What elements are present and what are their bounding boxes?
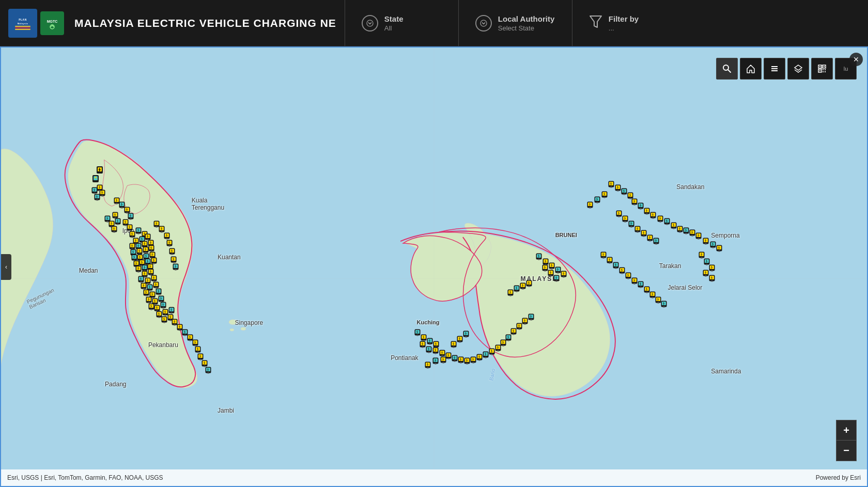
local-authority-filter-text: Local Authority Select State [498,14,554,32]
mgtc-logo-graphic: MGTC [43,15,61,31]
zoom-in-button[interactable]: + [836,420,857,441]
svg-point-10 [481,20,487,26]
app-header: PLAN Malaysia MGTC MALAYSIA ELECTRIC VEH… [0,0,868,46]
svg-line-33 [728,70,731,72]
powered-by-text: Powered by Esri [816,474,861,481]
map-attribution: Esri, USGS | Esri, TomTom, Garmin, FAO, … [1,469,867,486]
ev-station-marker [96,166,103,177]
map-container[interactable]: Medan Padang Pekanbaru Jambi KualaTereng… [0,46,868,487]
local-authority-value: Select State [498,24,554,32]
svg-marker-37 [795,65,802,70]
local-authority-chevron-icon [475,15,492,32]
svg-rect-47 [825,71,826,72]
svg-text:MGTC: MGTC [47,20,58,23]
logos-row: PLAN Malaysia MGTC [8,9,64,38]
state-chevron-icon [362,15,378,32]
svg-rect-5 [15,29,30,30]
svg-point-14 [230,328,234,331]
left-collapse-button[interactable]: ‹ [1,254,11,280]
plan-malaysia-logo: PLAN Malaysia [8,9,37,38]
svg-rect-4 [15,27,30,28]
svg-rect-45 [825,69,826,70]
map-toolbar: lu [716,58,857,80]
zoom-controls: + − [836,420,857,461]
svg-text:Malaysia: Malaysia [18,22,28,25]
app-title-text: MALAYSIA ELECTRIC VEHICLE CHARGING NE [74,17,336,29]
attribution-text: Esri, USGS | Esri, TomTom, Garmin, FAO, … [7,474,163,481]
svg-rect-42 [824,66,825,67]
map-home-button[interactable] [740,58,762,80]
logo-area: PLAN Malaysia MGTC MALAYSIA ELECTRIC VEH… [8,9,345,38]
map-layers-button[interactable] [787,58,809,80]
state-value: All [384,24,404,32]
map-svg [1,48,867,486]
map-close-button[interactable]: ✕ [849,53,863,66]
state-label: State [384,14,404,23]
local-authority-filter[interactable]: Local Authority Select State [458,0,572,46]
map-qr-button[interactable] [811,58,833,80]
svg-rect-44 [823,69,824,70]
funnel-icon [589,14,602,32]
plan-logo-graphic: PLAN Malaysia [12,15,33,31]
filter-by-section[interactable]: Filter by ... [572,0,655,46]
zoom-out-button[interactable]: − [836,441,857,461]
svg-point-13 [241,327,246,331]
svg-rect-43 [819,70,820,71]
map-list-button[interactable] [764,58,785,80]
state-filter-text: State All [384,14,404,32]
filter-by-text: Filter by ... [609,14,639,32]
filter-by-value: ... [609,24,639,32]
state-filter[interactable]: State All [345,0,458,46]
local-authority-label: Local Authority [498,14,554,23]
svg-rect-3 [15,26,30,27]
svg-point-12 [229,320,237,325]
svg-rect-19 [95,181,97,182]
svg-rect-41 [819,66,820,67]
map-search-button[interactable] [716,58,738,80]
filter-by-label: Filter by [609,14,639,23]
svg-text:PLAN: PLAN [19,18,27,21]
svg-point-9 [367,20,373,26]
svg-rect-46 [823,71,824,72]
mgtc-logo: MGTC [40,11,64,35]
